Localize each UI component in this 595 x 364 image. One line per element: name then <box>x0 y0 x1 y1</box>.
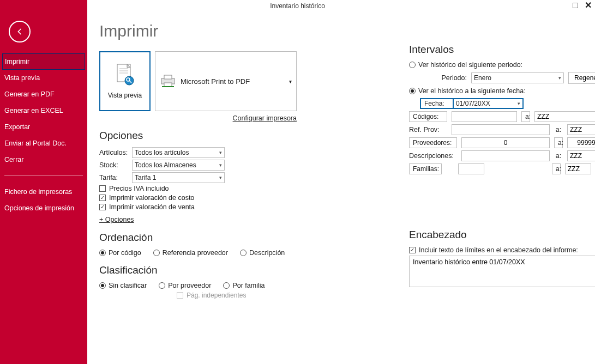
sidebar-item-enviar-portal[interactable]: Enviar al Portal Doc. <box>0 135 87 151</box>
periodo-label: Periodo: <box>420 74 467 82</box>
articulos-select[interactable]: Todos los artículos▾ <box>132 147 225 158</box>
sidebar-item-cerrar[interactable]: Cerrar <box>0 151 87 168</box>
familias-to-input[interactable] <box>565 163 591 174</box>
familias-from-input[interactable] <box>458 163 484 174</box>
descripciones-to-input[interactable] <box>567 150 595 161</box>
valoracion-costo-checkbox[interactable] <box>99 195 106 201</box>
refprov-label: Ref. Prov: <box>409 126 447 134</box>
precios-iva-checkbox[interactable] <box>99 185 106 192</box>
section-opciones: Opciones <box>99 130 306 142</box>
articulos-label: Artículos: <box>99 149 128 156</box>
codigos-to-input[interactable] <box>534 111 595 122</box>
document-preview-icon <box>114 63 136 88</box>
refprov-from-input[interactable] <box>452 124 550 135</box>
svg-rect-10 <box>162 86 174 87</box>
printer-icon <box>160 74 176 88</box>
encabezado-textarea[interactable] <box>409 256 595 287</box>
fecha-select[interactable]: 01/07/20XX▾ <box>453 98 524 109</box>
refprov-to-input[interactable] <box>567 124 595 135</box>
back-button[interactable] <box>9 21 31 43</box>
chevron-down-icon: ▾ <box>219 175 222 180</box>
incluir-limites-checkbox[interactable] <box>409 247 416 253</box>
tarifa-select[interactable]: Tarifa 1▾ <box>132 172 225 183</box>
a-label: a: <box>554 137 563 148</box>
orden-refprov-radio[interactable]: Referencia proveedor <box>153 249 228 257</box>
pag-independientes: Pág. independientes <box>177 292 306 299</box>
sidebar-item-imprimir[interactable]: Imprimir <box>2 53 85 70</box>
chevron-down-icon: ▾ <box>289 78 292 84</box>
sidebar-item-exportar[interactable]: Exportar <box>0 119 87 135</box>
periodo-select[interactable]: Enero▾ <box>471 72 564 83</box>
page-title: Imprimir <box>99 22 306 40</box>
orden-codigo-radio[interactable]: Por código <box>99 249 141 257</box>
regenerar-historico-button[interactable]: Regenerar histórico <box>568 72 595 84</box>
sidebar-separator <box>4 175 83 176</box>
valoracion-venta-checkbox[interactable] <box>99 204 106 210</box>
fecha-label: Fecha: <box>420 98 453 109</box>
stock-select[interactable]: Todos los Almacenes▾ <box>132 160 225 171</box>
chevron-down-icon: ▾ <box>558 75 561 81</box>
printer-name: Microsoft Print to PDF <box>181 77 250 86</box>
clasif-familia-radio[interactable]: Por familia <box>223 282 265 289</box>
sidebar-item-fichero-impresoras[interactable]: Fichero de impresoras <box>0 184 87 200</box>
section-intervalos: Intervalos <box>409 44 595 56</box>
a-label: a: <box>552 163 561 174</box>
a-label: a: <box>554 152 563 160</box>
precios-iva-label: Precios IVA incluido <box>109 185 169 192</box>
codigos-label: Códigos: <box>409 111 447 122</box>
sidebar-item-generar-excel[interactable]: Generar en EXCEL <box>0 102 87 119</box>
ver-periodo-radio[interactable]: Ver histórico del siguiente periodo: <box>409 61 595 69</box>
descripciones-label: Descripciones: <box>409 152 457 160</box>
sidebar: Imprimir Vista previa Generar en PDF Gen… <box>0 0 87 364</box>
descripciones-from-input[interactable] <box>461 150 550 161</box>
incluir-limites-label: Incluir texto de límites en el encabezad… <box>419 246 578 254</box>
a-label: a: <box>554 126 563 134</box>
chevron-down-icon: ▾ <box>518 101 520 106</box>
clasif-proveedor-radio[interactable]: Por proveedor <box>159 282 211 289</box>
stock-label: Stock: <box>99 161 128 169</box>
tarifa-label: Tarifa: <box>99 174 128 181</box>
proveedores-label: Proveedores: <box>409 137 457 148</box>
familias-label: Familias: <box>409 163 442 174</box>
sidebar-item-opciones-impresion[interactable]: Opciones de impresión <box>0 200 87 216</box>
svg-rect-9 <box>164 83 172 87</box>
printer-select[interactable]: Microsoft Print to PDF ▾ <box>155 51 297 111</box>
proveedores-to-input[interactable] <box>567 137 595 148</box>
sidebar-item-generar-pdf[interactable]: Generar en PDF <box>0 86 87 102</box>
codigos-from-input[interactable] <box>452 111 517 122</box>
proveedores-from-input[interactable] <box>461 137 550 148</box>
vista-previa-label: Vista previa <box>108 92 142 99</box>
orden-descripcion-radio[interactable]: Descripción <box>240 249 285 257</box>
pag-independientes-checkbox <box>177 292 183 299</box>
arrow-left-icon <box>15 27 25 37</box>
vista-previa-button[interactable]: Vista previa <box>99 51 151 111</box>
section-ordenacion: Ordenación <box>99 232 306 244</box>
section-encabezado: Encabezado <box>409 229 595 241</box>
configurar-impresora-link[interactable]: Configurar impresora <box>99 114 297 122</box>
svg-rect-8 <box>164 75 172 79</box>
chevron-down-icon: ▾ <box>219 150 222 155</box>
mas-opciones-link[interactable]: + Opciones <box>99 216 134 223</box>
valoracion-venta-label: Imprimir valoración de venta <box>109 203 195 211</box>
chevron-down-icon: ▾ <box>219 162 222 168</box>
a-label: a: <box>521 111 530 122</box>
clasif-sin-radio[interactable]: Sin clasificar <box>99 282 147 289</box>
ver-fecha-radio[interactable]: Ver el histórico a la siguiente fecha: <box>409 87 595 95</box>
section-clasificacion: Clasificación <box>99 264 306 276</box>
sidebar-item-vista-previa[interactable]: Vista previa <box>0 70 87 86</box>
valoracion-costo-label: Imprimir valoración de costo <box>109 194 194 202</box>
